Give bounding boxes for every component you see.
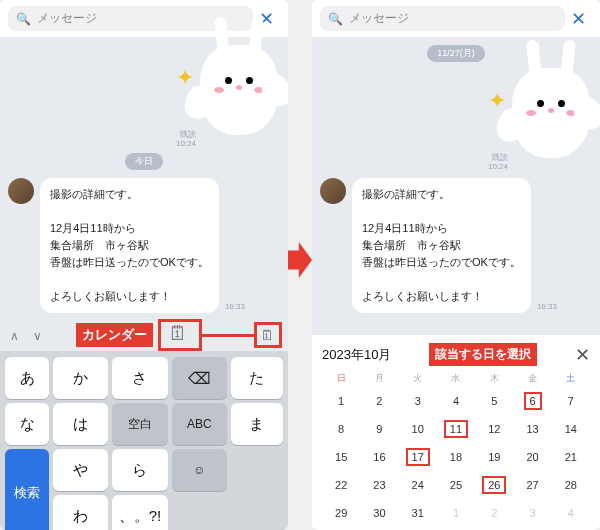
date-badge: 今日 <box>125 153 163 170</box>
chat-area-left: ✦ 既読 10:24 今日 撮影の詳細です。 12月4日11時から 集合場所 市… <box>0 37 288 530</box>
calendar-day[interactable]: 2 <box>360 389 398 413</box>
search-icon: 🔍 <box>328 12 343 26</box>
close-icon[interactable]: ✕ <box>575 344 590 366</box>
calendar-day[interactable]: 21 <box>552 445 590 469</box>
calendar-day[interactable]: 1 <box>322 389 360 413</box>
highlight-calendar-small <box>254 322 282 348</box>
dow-4: 木 <box>475 372 513 385</box>
calendar-day[interactable]: 27 <box>513 473 551 497</box>
svg-marker-0 <box>288 242 312 278</box>
key-0-1[interactable]: あ <box>5 357 49 399</box>
message-time: 16:33 <box>537 302 557 313</box>
search-input[interactable]: 🔍 メッセージ <box>320 6 565 31</box>
calendar-day[interactable]: 28 <box>552 473 590 497</box>
message-row: 撮影の詳細です。 12月4日11時から 集合場所 市ヶ谷駅 香盤は昨日送ったので… <box>0 172 288 315</box>
key-0-2[interactable]: か <box>53 357 108 399</box>
key-3-2[interactable]: わ <box>53 495 108 530</box>
keyboard: →あかさ⌫←たなは空白ABCまやら検索☺ わ、。?! 🌐 🎤 <box>0 351 288 530</box>
calendar-day[interactable]: 24 <box>399 473 437 497</box>
calendar-day[interactable]: 30 <box>360 501 398 525</box>
key-1-1[interactable]: た <box>231 357 283 399</box>
calendar-day[interactable]: 26 <box>475 473 513 497</box>
dow-6: 土 <box>552 372 590 385</box>
calendar-day[interactable]: 9 <box>360 417 398 441</box>
key-0-4[interactable]: ⌫ <box>172 357 227 399</box>
key-2-2[interactable]: や <box>53 449 108 491</box>
message-time: 16:33 <box>225 302 245 313</box>
key-2-4[interactable]: 検索 <box>5 449 49 530</box>
message-row: 撮影の詳細です。 12月4日11時から 集合場所 市ヶ谷駅 香盤は昨日送ったので… <box>312 172 600 315</box>
calendar-day[interactable]: 8 <box>322 417 360 441</box>
sticker-cony: ✦ <box>200 45 278 135</box>
calendar-day[interactable]: 3 <box>399 389 437 413</box>
calendar-day[interactable]: 23 <box>360 473 398 497</box>
left-screenshot: 🔍 メッセージ ✕ ✦ 既読 10:24 今日 <box>0 0 288 530</box>
key-3-0[interactable]: ☺ <box>172 449 227 491</box>
dow-3: 水 <box>437 372 475 385</box>
calendar-day[interactable]: 18 <box>437 445 475 469</box>
sticker-cony: ✦ <box>512 68 590 158</box>
calendar-day[interactable]: 1 <box>437 501 475 525</box>
key-2-3[interactable]: ら <box>112 449 167 491</box>
chat-area-right: 11/27(月) ✦ 既読 10:24 撮影の詳細です。 12月4日11時から <box>312 37 600 530</box>
calendar-day[interactable]: 20 <box>513 445 551 469</box>
calendar-day[interactable]: 5 <box>475 389 513 413</box>
dow-2: 火 <box>399 372 437 385</box>
search-placeholder: メッセージ <box>349 10 409 27</box>
chevron-up-icon[interactable]: ∧ <box>10 329 19 343</box>
calendar-day[interactable]: 22 <box>322 473 360 497</box>
calendar-day[interactable]: 31 <box>399 501 437 525</box>
avatar[interactable] <box>8 178 34 204</box>
message-bubble[interactable]: 撮影の詳細です。 12月4日11時から 集合場所 市ヶ谷駅 香盤は昨日送ったので… <box>40 178 219 313</box>
callout-select-day: 該当する日を選択 <box>429 343 537 366</box>
dow-1: 月 <box>360 372 398 385</box>
key-2-0[interactable]: ABC <box>172 403 227 445</box>
calendar-day[interactable]: 25 <box>437 473 475 497</box>
calendar-day[interactable]: 14 <box>552 417 590 441</box>
calendar-day[interactable]: 11 <box>437 417 475 441</box>
key-1-3[interactable]: は <box>53 403 108 445</box>
right-screenshot: 🔍 メッセージ ✕ 11/27(月) ✦ 既読 10:24 <box>312 0 600 530</box>
calendar-day[interactable]: 2 <box>475 501 513 525</box>
key-1-4[interactable]: 空白 <box>112 403 167 445</box>
search-icon: 🔍 <box>16 12 31 26</box>
calendar-day[interactable]: 4 <box>437 389 475 413</box>
callout-calendar: カレンダー <box>76 323 153 347</box>
calendar-day[interactable]: 16 <box>360 445 398 469</box>
connector-line <box>202 334 254 337</box>
calendar-day[interactable]: 6 <box>513 389 551 413</box>
arrow-right-icon <box>288 220 312 300</box>
calendar-day[interactable]: 13 <box>513 417 551 441</box>
calendar-sheet: 2023年10月 該当する日を選択 ✕ 日月火水木金土 123456789101… <box>312 335 600 530</box>
close-icon[interactable]: ✕ <box>565 8 592 30</box>
calendar-day[interactable]: 3 <box>513 501 551 525</box>
key-1-2[interactable]: な <box>5 403 49 445</box>
calendar-day[interactable]: 4 <box>552 501 590 525</box>
key-3-3[interactable]: 、。?! <box>112 495 167 530</box>
dow-5: 金 <box>513 372 551 385</box>
calendar-day[interactable]: 29 <box>322 501 360 525</box>
calendar-day[interactable]: 17 <box>399 445 437 469</box>
key-2-1[interactable]: ま <box>231 403 283 445</box>
calendar-day[interactable]: 19 <box>475 445 513 469</box>
highlight-calendar-large <box>158 319 202 351</box>
search-bar: 🔍 メッセージ ✕ <box>312 0 600 37</box>
key-0-3[interactable]: さ <box>112 357 167 399</box>
search-bar: 🔍 メッセージ ✕ <box>0 0 288 37</box>
chevron-down-icon[interactable]: ∨ <box>33 329 42 343</box>
dow-0: 日 <box>322 372 360 385</box>
message-bubble[interactable]: 撮影の詳細です。 12月4日11時から 集合場所 市ヶ谷駅 香盤は昨日送ったので… <box>352 178 531 313</box>
calendar-day[interactable]: 12 <box>475 417 513 441</box>
avatar[interactable] <box>320 178 346 204</box>
calendar-title: 2023年10月 <box>322 346 391 364</box>
calendar-day[interactable]: 7 <box>552 389 590 413</box>
calendar-day[interactable]: 15 <box>322 445 360 469</box>
calendar-day[interactable]: 10 <box>399 417 437 441</box>
search-placeholder: メッセージ <box>37 10 97 27</box>
date-badge: 11/27(月) <box>427 45 485 62</box>
